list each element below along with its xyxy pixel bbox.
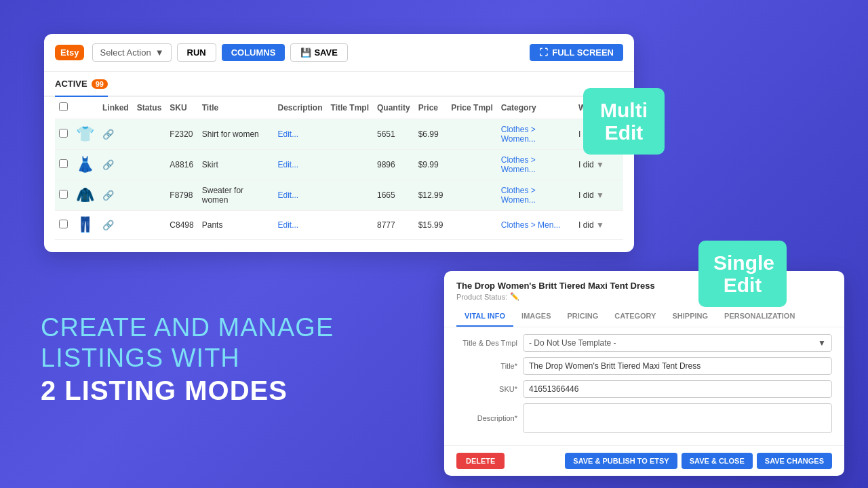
col-status: Status <box>133 97 166 119</box>
textarea-description[interactable] <box>523 403 832 433</box>
chevron-down-icon: ▼ <box>818 338 826 348</box>
se-tabs: VITAL INFO IMAGES PRICING CATEGORY SHIPP… <box>444 306 844 327</box>
hero-line3: 2 LISTING MODES <box>41 374 334 407</box>
col-description: Description <box>274 97 327 119</box>
quantity-cell: 1665 <box>373 180 414 211</box>
input-sku[interactable] <box>523 380 832 398</box>
save-changes-button[interactable]: SAVE CHANGES <box>757 453 832 469</box>
footer-actions: SAVE & PUBLISH TO ETSY SAVE & CLOSE SAVE… <box>565 453 832 469</box>
col-sku: SKU <box>165 97 197 119</box>
col-quantity: Quantity <box>373 97 414 119</box>
select-title-des-tmpl[interactable]: - Do Not Use Template - ▼ <box>523 334 832 352</box>
select-action-dropdown[interactable]: Select Action ▼ <box>92 43 171 62</box>
price-cell: $12.99 <box>414 180 448 211</box>
row-checkbox-3[interactable] <box>59 220 68 228</box>
title-tmpl-cell <box>327 211 373 240</box>
save-icon: 💾 <box>300 47 311 58</box>
category-link[interactable]: Clothes > Men... <box>501 220 561 230</box>
status-cell <box>133 119 166 150</box>
title-cell: Sweater for women <box>198 180 274 211</box>
sku-cell: C8498 <box>165 211 197 240</box>
tab-shipping[interactable]: SHIPPING <box>664 306 716 327</box>
table-row: 🧥 🔗 F8798 Sweater for women Edit... 1665… <box>55 180 623 211</box>
linked-icon: 🔗 <box>102 190 114 201</box>
fullscreen-button[interactable]: ⛶ FULL SCREEN <box>530 44 623 61</box>
col-category: Category <box>497 97 574 119</box>
title-tmpl-cell <box>327 119 373 150</box>
tab-pricing[interactable]: PRICING <box>559 306 607 327</box>
col-linked: Linked <box>98 97 133 119</box>
multi-edit-badge: Multi Edit <box>583 88 665 155</box>
who-make-cell: I did ▼ <box>574 211 623 240</box>
linked-icon: 🔗 <box>102 220 114 230</box>
category-link[interactable]: Clothes > Women... <box>501 155 536 174</box>
product-image: 👖 <box>76 216 94 234</box>
tab-category[interactable]: CATEGORY <box>606 306 664 327</box>
columns-button[interactable]: COLUMNS <box>222 44 285 61</box>
row-checkbox-1[interactable] <box>59 159 68 168</box>
save-publish-button[interactable]: SAVE & PUBLISH TO ETSY <box>565 453 677 469</box>
col-price: Price <box>414 97 448 119</box>
se-form-body: Title & Des Tmpl - Do Not Use Template -… <box>444 327 844 445</box>
status-cell <box>133 211 166 240</box>
active-count-badge: 99 <box>92 79 108 89</box>
chevron-down-icon: ▼ <box>596 220 604 230</box>
hero-line2: LISTINGS WITH <box>41 343 334 374</box>
category-link[interactable]: Clothes > Women... <box>501 125 536 144</box>
title-tmpl-cell <box>327 180 373 211</box>
select-all-checkbox[interactable] <box>59 102 68 111</box>
delete-button[interactable]: DELETE <box>456 453 505 469</box>
table-row: 👖 🔗 C8498 Pants Edit... 8777 $15.99 Clot… <box>55 211 623 240</box>
fullscreen-icon: ⛶ <box>539 47 548 58</box>
sku-cell: A8816 <box>165 150 197 180</box>
toolbar: Etsy Select Action ▼ RUN COLUMNS 💾 SAVE … <box>44 34 634 72</box>
col-title: Title <box>198 97 274 119</box>
row-checkbox-0[interactable] <box>59 129 68 138</box>
hero-line1: CREATE AND MANAGE <box>41 312 334 344</box>
label-description: Description* <box>456 414 517 422</box>
field-title: Title* <box>456 357 832 375</box>
save-button[interactable]: 💾 SAVE <box>290 43 347 62</box>
description-edit-link[interactable]: Edit... <box>278 129 299 139</box>
tab-active[interactable]: ACTIVE 99 <box>55 72 108 97</box>
description-edit-link[interactable]: Edit... <box>278 190 299 200</box>
sku-cell: F2320 <box>165 119 197 150</box>
category-link[interactable]: Clothes > Women... <box>501 186 536 205</box>
table-row: 👕 🔗 F2320 Shirt for women Edit... 5651 $… <box>55 119 623 150</box>
price-cell: $6.99 <box>414 119 448 150</box>
multi-edit-panel: Etsy Select Action ▼ RUN COLUMNS 💾 SAVE … <box>44 34 634 252</box>
price-tmpl-cell <box>447 211 496 240</box>
tab-personalization[interactable]: PERSONALIZATION <box>716 306 803 327</box>
field-description: Description* <box>456 403 832 433</box>
quantity-cell: 5651 <box>373 119 414 150</box>
linked-icon: 🔗 <box>102 129 114 140</box>
tab-vital-info[interactable]: VITAL INFO <box>456 306 513 327</box>
se-footer: DELETE SAVE & PUBLISH TO ETSY SAVE & CLO… <box>444 445 844 476</box>
quantity-cell: 8777 <box>373 211 414 240</box>
save-close-button[interactable]: SAVE & CLOSE <box>682 453 753 469</box>
single-edit-badge: Single Edit <box>698 241 787 307</box>
price-cell: $15.99 <box>414 211 448 240</box>
description-edit-link[interactable]: Edit... <box>278 220 299 230</box>
etsy-logo: Etsy <box>55 45 84 60</box>
table-header-row: Linked Status SKU Title Description Titl… <box>55 97 623 119</box>
pencil-icon[interactable]: ✏️ <box>510 292 519 301</box>
label-sku: SKU* <box>456 385 517 393</box>
chevron-down-icon: ▼ <box>596 160 604 169</box>
title-tmpl-cell <box>327 150 373 180</box>
tab-images[interactable]: IMAGES <box>513 306 559 327</box>
listings-table: Linked Status SKU Title Description Titl… <box>55 97 623 240</box>
description-edit-link[interactable]: Edit... <box>278 160 299 169</box>
status-cell <box>133 150 166 180</box>
chevron-down-icon: ▼ <box>155 47 164 58</box>
price-tmpl-cell <box>447 180 496 211</box>
input-title[interactable] <box>523 357 832 375</box>
run-button[interactable]: RUN <box>177 43 216 62</box>
field-sku: SKU* <box>456 380 832 398</box>
table-body: 👕 🔗 F2320 Shirt for women Edit... 5651 $… <box>55 119 623 240</box>
product-image: 👗 <box>76 156 94 174</box>
product-image: 🧥 <box>76 186 94 204</box>
row-checkbox-2[interactable] <box>59 190 68 199</box>
who-make-cell: I did ▼ <box>574 180 623 211</box>
hero-text: CREATE AND MANAGE LISTINGS WITH 2 LISTIN… <box>41 312 334 407</box>
